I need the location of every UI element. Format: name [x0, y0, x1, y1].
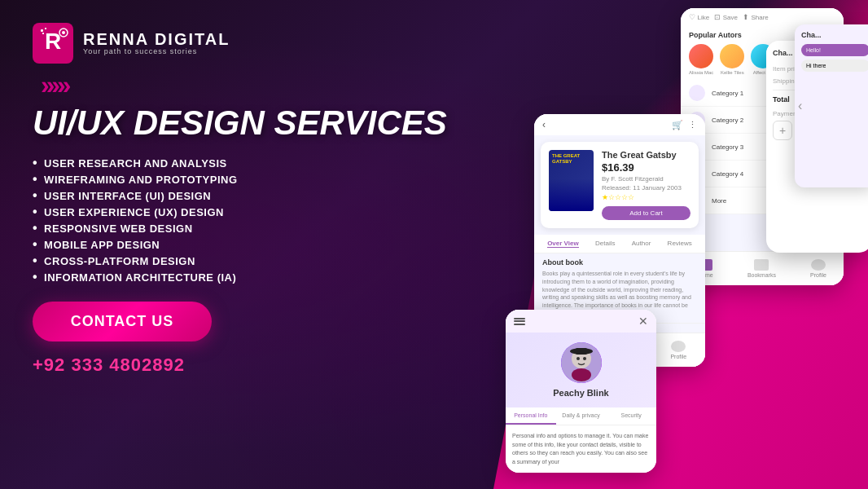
profile-tabs: Personal Info Daily & privacy Security — [506, 408, 656, 425]
nav-profile[interactable]: Profile — [810, 259, 826, 278]
chat-panel-content: Cha... Hello! Hi there — [795, 24, 868, 82]
profile-icon-mid — [671, 341, 686, 352]
about-book-title: About book — [542, 258, 697, 267]
author-2: Kellie Tiles — [720, 44, 744, 75]
service-item: USER EXPERIENCE (UX) DESIGN — [33, 204, 472, 220]
share-icon-top: ⬆ Share — [743, 13, 769, 21]
book-rating: ★☆☆☆☆ — [602, 193, 690, 201]
chevron-5: › — [63, 72, 72, 98]
tab-overview[interactable]: Over View — [547, 240, 579, 248]
profile-content: Personal info and options to manage it. … — [506, 425, 656, 473]
brand-name: RENNA DIGITAL — [83, 31, 230, 47]
book-price: $16.39 — [602, 161, 690, 174]
cart-icon[interactable]: 🛒 — [672, 120, 683, 130]
header-actions-middle: 🛒 ⋮ — [672, 120, 697, 130]
service-item: MOBILE APP DESIGN — [33, 236, 472, 253]
author-avatar-1 — [689, 44, 713, 68]
add-to-cart-button[interactable]: Add to Cart — [602, 206, 690, 220]
nav-profile-mid[interactable]: Profile — [670, 341, 686, 359]
brand-tagline: Your path to success stories — [83, 47, 230, 55]
left-panel: R RENNA DIGITAL Your path to success sto… — [0, 0, 505, 489]
service-item: USER RESEARCH AND ANALYSIS — [33, 155, 472, 171]
service-item: INFORMATION ARCHITECTURE (IA) — [33, 269, 472, 285]
svg-point-9 — [572, 368, 591, 381]
bookmarks-icon — [754, 259, 769, 271]
svg-rect-4 — [41, 29, 43, 32]
author-avatar-2 — [720, 44, 744, 68]
book-card: THE GREAT GATSBY The Great Gatsby $16.39… — [541, 142, 699, 228]
close-icon[interactable]: ✕ — [638, 315, 648, 328]
tab-details[interactable]: Details — [595, 240, 615, 248]
service-item: USER INTERFACE (UI) DESIGN — [33, 187, 472, 204]
book-title: The Great Gatsby — [602, 150, 690, 160]
content-wrapper: R RENNA DIGITAL Your path to success sto… — [0, 0, 868, 489]
phone-number: +92 333 4802892 — [33, 355, 472, 376]
book-tabs: Over View Details Author Reviews — [534, 235, 705, 253]
service-item: RESPONSIVE WEB DESIGN — [33, 220, 472, 236]
contact-us-button[interactable]: CONTACT US — [33, 302, 212, 341]
tab-author[interactable]: Author — [632, 240, 651, 248]
logo-area: R RENNA DIGITAL Your path to success sto… — [33, 23, 472, 64]
bottom-nav-top-phone: Home Bookmarks Profile — [681, 251, 844, 285]
profile-name: Peachy Blink — [515, 388, 647, 398]
chat-bubble-1: Hello! — [801, 44, 868, 56]
book-author: By F. Scott Fitzgerald — [602, 175, 690, 183]
book-cover-text: THE GREAT GATSBY — [549, 150, 594, 168]
nav-bookmarks[interactable]: Bookmarks — [747, 259, 776, 278]
book-cover-image: THE GREAT GATSBY — [549, 150, 594, 211]
logo-text-group: RENNA DIGITAL Your path to success stori… — [83, 31, 230, 55]
brand-logo-icon: R — [33, 23, 73, 64]
profile-icon — [811, 259, 826, 271]
profile-avatar — [561, 342, 602, 383]
more-icon[interactable]: ⋮ — [688, 120, 697, 130]
total-label: Total — [773, 95, 790, 104]
tab-daily-privacy[interactable]: Daily & privacy — [556, 408, 607, 425]
svg-rect-5 — [45, 28, 46, 29]
chat-panel-partial: Cha... Hello! Hi there ‹ — [795, 24, 868, 187]
collapse-icon[interactable]: ‹ — [798, 99, 802, 113]
profile-header: Peachy Blink — [506, 333, 656, 408]
book-released: Released: 11 January 2003 — [602, 184, 690, 192]
save-icon-top: ⊡ Save — [714, 13, 738, 21]
menu-icon[interactable] — [514, 316, 525, 326]
book-info: The Great Gatsby $16.39 By F. Scott Fitz… — [602, 150, 690, 220]
service-item: WIREFRAMING AND PROTOTYPING — [33, 171, 472, 187]
author-1: Alissia Mac — [689, 44, 713, 75]
tab-reviews[interactable]: Reviews — [668, 240, 692, 248]
svg-rect-11 — [576, 348, 587, 355]
tab-personal-info[interactable]: Personal Info — [506, 408, 556, 425]
chevrons-decoration: › › › › › — [41, 72, 472, 98]
chat-bubble-2: Hi there — [801, 59, 868, 72]
phone-screen-bottom: ✕ — [506, 310, 656, 473]
like-icon-top: ♡ Like — [689, 13, 709, 21]
hero-title: UI/UX DESIGN SERVICES — [33, 104, 472, 142]
svg-text:R: R — [45, 29, 61, 54]
services-list: USER RESEARCH AND ANALYSISWIREFRAMING AN… — [33, 155, 472, 285]
right-panel: ♡ Like ⊡ Save ⬆ Share Popular Autors See… — [505, 0, 868, 489]
svg-point-12 — [576, 357, 580, 360]
back-icon-middle[interactable]: ‹ — [542, 119, 546, 130]
svg-point-3 — [62, 31, 65, 34]
svg-point-13 — [583, 357, 586, 360]
tab-security[interactable]: Security — [606, 408, 656, 425]
svg-rect-6 — [42, 33, 44, 34]
phone-mockup-bottom: ✕ — [506, 310, 656, 473]
chat-panel-title: Cha... — [801, 31, 868, 39]
list-icon-1 — [689, 85, 705, 101]
service-item: CROSS-PLATFORM DESIGN — [33, 253, 472, 269]
add-card-button[interactable]: + — [773, 121, 792, 140]
